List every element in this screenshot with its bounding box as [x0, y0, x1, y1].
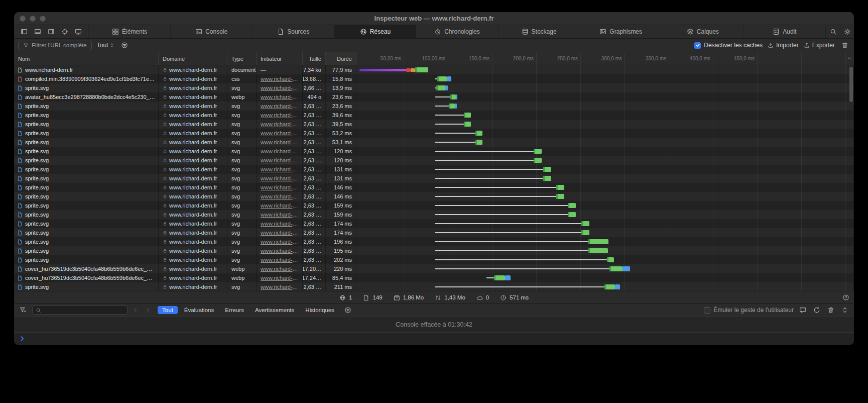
dock-left-icon[interactable]	[21, 28, 28, 35]
initiator-link[interactable]: www.richard-d…	[261, 248, 298, 254]
network-request-row[interactable]: sprite.svgwww.richard-dern.frsvgwww.rich…	[14, 111, 854, 120]
initiator-link[interactable]: www.richard-d…	[261, 184, 298, 190]
initiator-link[interactable]: www.richard-d…	[261, 221, 298, 227]
network-request-row[interactable]: sprite.svgwww.richard-dern.frsvgwww.rich…	[14, 102, 854, 111]
help-button[interactable]	[842, 294, 849, 301]
initiator-link[interactable]: www.richard-d…	[261, 257, 298, 263]
network-request-row[interactable]: sprite.svgwww.richard-dern.frsvgwww.rich…	[14, 129, 854, 138]
vertical-scrollbar[interactable]	[849, 67, 853, 102]
network-request-row[interactable]: sprite.svgwww.richard-dern.frsvgwww.rich…	[14, 192, 854, 201]
console-scope-historiques[interactable]: Historiques	[301, 306, 339, 314]
initiator-link[interactable]: www.richard-d…	[261, 284, 298, 290]
network-request-row[interactable]: sprite.svgwww.richard-dern.frsvgwww.rich…	[14, 165, 854, 174]
tab-sources[interactable]: Sources	[253, 25, 334, 38]
resource-type-select[interactable]: Tout	[97, 42, 115, 49]
initiator-link[interactable]: www.richard-d…	[261, 85, 298, 91]
tab-console[interactable]: Console	[171, 25, 253, 38]
emulate-user-gesture-checkbox[interactable]: Émuler le geste de l'utilisateur	[704, 307, 794, 314]
column-header-size[interactable]: Taille	[303, 52, 326, 65]
console-filter-menu-button[interactable]	[18, 307, 28, 314]
network-request-row[interactable]: sprite.svgwww.richard-dern.frsvgwww.rich…	[14, 255, 854, 264]
initiator-link[interactable]: www.richard-d…	[261, 266, 298, 272]
column-header-duration[interactable]: Durée	[326, 52, 356, 65]
initiator-link[interactable]: www.richard-d…	[261, 130, 298, 136]
resize-console-button[interactable]	[840, 307, 850, 314]
initiator-link[interactable]: www.richard-d…	[261, 94, 298, 100]
show-console-tab-button[interactable]	[798, 307, 808, 314]
network-request-row[interactable]: sprite.svgwww.richard-dern.frsvgwww.rich…	[14, 156, 854, 165]
network-request-row[interactable]: avatar_hu85ecc3e298728880b0bde2dcc4e5c23…	[14, 92, 854, 102]
initiator-link[interactable]: www.richard-d…	[261, 112, 298, 118]
navigate-back-button[interactable]	[132, 307, 140, 313]
column-header-name[interactable]: Nom	[14, 52, 159, 65]
console-prompt[interactable]	[14, 333, 854, 345]
initiator-link[interactable]: www.richard-d…	[261, 76, 298, 82]
initiator-link[interactable]: www.richard-d…	[261, 139, 298, 145]
initiator-link[interactable]: www.richard-d…	[261, 275, 298, 281]
initiator-link[interactable]: www.richard-d…	[261, 193, 298, 199]
element-picker-icon[interactable]	[61, 28, 68, 35]
network-request-row[interactable]: sprite.svgwww.richard-dern.frsvgwww.rich…	[14, 228, 854, 237]
tab-storage[interactable]: Stockage	[499, 25, 580, 38]
tab-elements[interactable]: Éléments	[89, 25, 171, 38]
network-request-row[interactable]: www.richard-dern.frwww.richard-dern.frdo…	[14, 65, 854, 74]
import-button[interactable]: Importer	[768, 42, 799, 49]
initiator-link[interactable]: www.richard-d…	[261, 203, 298, 209]
console-scope-avertissements[interactable]: Avertissements	[251, 306, 299, 314]
initiator-link[interactable]: www.richard-d…	[261, 212, 298, 218]
column-header-type[interactable]: Type	[227, 52, 257, 65]
console-scope-erreurs[interactable]: Erreurs	[220, 306, 249, 314]
scroll-up-icon[interactable]	[846, 55, 852, 61]
network-request-row[interactable]: sprite.svgwww.richard-dern.frsvgwww.rich…	[14, 83, 854, 92]
export-button[interactable]: Exporter	[804, 42, 835, 49]
initiator-link[interactable]: www.richard-d…	[261, 103, 298, 109]
initiator-link[interactable]: www.richard-d…	[261, 239, 298, 245]
network-request-row[interactable]: sprite.svgwww.richard-dern.frsvgwww.rich…	[14, 138, 854, 147]
initiator-link[interactable]: www.richard-d…	[261, 157, 298, 163]
disable-caches-checkbox[interactable]: Désactiver les caches	[694, 42, 763, 49]
network-request-row[interactable]: sprite.svgwww.richard-dern.frsvgwww.rich…	[14, 282, 854, 291]
zoom-window-button[interactable]	[40, 16, 46, 22]
network-request-row[interactable]: sprite.svgwww.richard-dern.frsvgwww.rich…	[14, 183, 854, 192]
network-request-row[interactable]: sprite.svgwww.richard-dern.frsvgwww.rich…	[14, 120, 854, 129]
title-bar[interactable]: Inspecteur web — www.richard-dern.fr	[14, 12, 854, 25]
console-search-field[interactable]	[32, 306, 128, 315]
navigate-forward-button[interactable]	[144, 307, 152, 313]
tab-layers[interactable]: Calques	[662, 25, 744, 38]
network-request-row[interactable]: sprite.svgwww.richard-dern.frsvgwww.rich…	[14, 174, 854, 183]
search-button[interactable]	[826, 25, 840, 38]
settings-button[interactable]	[840, 25, 854, 38]
trash-console-button[interactable]	[826, 307, 836, 314]
initiator-link[interactable]: www.richard-d…	[261, 175, 298, 181]
column-header-initiator[interactable]: Initiateur	[257, 52, 303, 65]
initiator-link[interactable]: www.richard-d…	[261, 230, 298, 236]
network-request-row[interactable]: compiled.min.38390909f303624ed9e1cf1bd3f…	[14, 74, 854, 83]
initiator-link[interactable]: www.richard-d…	[261, 121, 298, 127]
network-request-row[interactable]: sprite.svgwww.richard-dern.frsvgwww.rich…	[14, 219, 854, 228]
dock-right-icon[interactable]	[48, 28, 55, 35]
tab-graphics[interactable]: Graphismes	[580, 25, 662, 38]
network-request-row[interactable]: cover_hu736519dc3b5040cfa48b6b559b6de6ec…	[14, 273, 854, 282]
console-scope-evaluations[interactable]: Évaluations	[180, 306, 218, 314]
console-scope-tout[interactable]: Tout	[158, 306, 178, 314]
clear-network-items-button[interactable]	[840, 42, 850, 49]
device-settings-icon[interactable]	[75, 28, 82, 35]
network-request-row[interactable]: sprite.svgwww.richard-dern.frsvgwww.rich…	[14, 210, 854, 219]
close-window-button[interactable]	[20, 16, 26, 22]
network-request-row[interactable]: sprite.svgwww.richard-dern.frsvgwww.rich…	[14, 147, 854, 156]
initiator-link[interactable]: www.richard-d…	[261, 166, 298, 172]
tab-timelines[interactable]: Chronologies	[416, 25, 498, 38]
tab-audit[interactable]: Audit	[744, 25, 826, 38]
network-filter-options-button[interactable]	[119, 42, 130, 49]
dock-bottom-icon[interactable]	[34, 28, 41, 35]
network-request-row[interactable]: sprite.svgwww.richard-dern.frsvgwww.rich…	[14, 201, 854, 210]
console-filter-options-button[interactable]	[343, 307, 353, 314]
initiator-link[interactable]: www.richard-d…	[261, 148, 298, 154]
minimize-window-button[interactable]	[30, 16, 36, 22]
network-request-row[interactable]: sprite.svgwww.richard-dern.frsvgwww.rich…	[14, 237, 854, 246]
network-request-row[interactable]: cover_hu736519dc3b5040cfa48b6b559b6de6ec…	[14, 264, 854, 273]
column-header-domain[interactable]: Domaine	[159, 52, 227, 65]
network-request-row[interactable]: sprite.svgwww.richard-dern.frsvgwww.rich…	[14, 246, 854, 255]
url-filter-field[interactable]: Filtrer l'URL complète	[18, 41, 92, 50]
tab-network[interactable]: Réseau	[334, 25, 416, 38]
